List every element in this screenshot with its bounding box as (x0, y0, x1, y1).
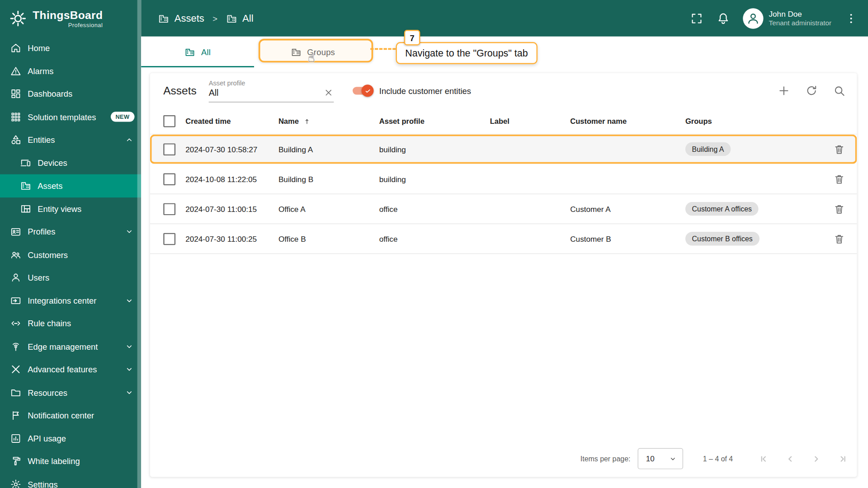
user-box[interactable]: John Doe Tenant administrator (743, 8, 831, 28)
sidebar-item-advanced-features[interactable]: Advanced features (0, 358, 141, 381)
cell-name: Building B (278, 174, 379, 183)
delete-button[interactable] (833, 173, 845, 185)
cell-created-time: 2024-07-30 11:00:25 (185, 235, 278, 244)
domain-icon (226, 13, 237, 24)
asset-profile-filter[interactable]: Asset profile All (209, 79, 334, 102)
sidebar-item-white-labeling[interactable]: White labeling (0, 450, 141, 473)
brand[interactable]: ThingsBoard Professional (0, 0, 141, 37)
person-icon (10, 272, 22, 284)
brand-text: ThingsBoard Professional (33, 9, 103, 28)
sidebar-item-alarms[interactable]: Alarms (0, 60, 141, 83)
apps-icon (10, 111, 22, 123)
breadcrumb-all[interactable]: All (226, 13, 253, 24)
row-checkbox-cell (150, 143, 185, 155)
row-checkbox[interactable] (163, 173, 175, 185)
table-row-building-b[interactable]: 2024-10-08 11:22:05Building Bbuilding (150, 164, 857, 194)
sidebar-item-entity-views[interactable]: Entity views (0, 197, 141, 221)
tab-all-label: All (201, 47, 211, 57)
close-icon (323, 87, 334, 98)
thingsboard-logo (9, 9, 27, 27)
sidebar-item-users[interactable]: Users (0, 266, 141, 289)
group-chip[interactable]: Customer B offices (685, 232, 760, 246)
column-header-created-time[interactable]: Created time (185, 117, 278, 125)
cell-groups: Customer A offices (685, 202, 821, 216)
api-icon (10, 432, 22, 444)
sidebar-item-label: Home (28, 43, 50, 53)
bell-icon (716, 11, 730, 25)
sidebar-item-notification-center[interactable]: Notification center (0, 404, 141, 427)
refresh-button[interactable] (805, 84, 818, 97)
first-page-button[interactable] (757, 452, 771, 466)
sidebar-item-label: Solution templates (28, 112, 96, 122)
select-all-checkbox[interactable] (163, 115, 175, 127)
table-row-office-b[interactable]: 2024-07-30 11:00:25Office BofficeCustome… (150, 224, 857, 254)
sidebar-item-settings[interactable]: Settings (0, 473, 141, 488)
cell-created-time: 2024-10-08 11:22:05 (185, 174, 278, 183)
sidebar-item-api-usage[interactable]: API usage (0, 427, 141, 450)
column-header-label[interactable]: Label (490, 117, 571, 125)
table-row-office-a[interactable]: 2024-07-30 11:00:15Office AofficeCustome… (150, 194, 857, 224)
sidebar-item-assets[interactable]: Assets (0, 174, 141, 197)
previous-page-button[interactable] (783, 452, 797, 466)
trash-icon (833, 143, 845, 155)
column-header-name[interactable]: Name (278, 117, 379, 125)
sidebar-item-integrations-center[interactable]: Integrations center (0, 289, 141, 312)
cell-asset-profile: office (379, 204, 490, 213)
chev-down-icon (124, 387, 134, 398)
row-checkbox[interactable] (163, 143, 175, 155)
notifications-button[interactable] (716, 11, 730, 25)
plus-icon (777, 84, 790, 97)
asset-profile-filter-value-row[interactable]: All (209, 87, 334, 102)
breadcrumb-assets[interactable]: Assets (158, 13, 204, 24)
sidebar-item-devices[interactable]: Devices (0, 151, 141, 174)
sidebar-item-edge-management[interactable]: Edge management (0, 335, 141, 358)
next-page-button[interactable] (809, 452, 823, 466)
sidebar-item-customers[interactable]: Customers (0, 243, 141, 266)
sidebar-item-solution-templates[interactable]: Solution templatesNEW (0, 105, 141, 128)
table-row-building-a[interactable]: 2024-07-30 10:58:27Building AbuildingBui… (150, 135, 857, 164)
include-customer-entities-toggle[interactable]: Include customer entities (353, 86, 471, 95)
column-header-asset-profile[interactable]: Asset profile (379, 117, 490, 125)
brand-edition: Professional (68, 21, 103, 28)
delete-button[interactable] (833, 233, 845, 245)
row-checkbox-cell (150, 233, 185, 245)
items-per-page-select[interactable]: 10 (637, 448, 683, 469)
last-page-button[interactable] (835, 452, 849, 466)
chev-up-icon (124, 135, 134, 145)
folder-icon (10, 387, 22, 399)
more-menu-button[interactable] (844, 11, 858, 25)
delete-button[interactable] (833, 143, 845, 155)
fullscreen-button[interactable] (689, 11, 703, 25)
asset-profile-filter-label: Asset profile (209, 79, 245, 87)
row-checkbox[interactable] (163, 203, 175, 215)
integration-icon (10, 295, 22, 306)
group-chip[interactable]: Customer A offices (685, 202, 759, 216)
column-header-groups[interactable]: Groups (685, 117, 821, 125)
row-checkbox[interactable] (163, 233, 175, 245)
sidebar-item-label: Alarms (28, 66, 53, 76)
sidebar-item-rule-chains[interactable]: Rule chains (0, 312, 141, 335)
toggle-switch[interactable] (353, 87, 372, 94)
column-header-customer-name[interactable]: Customer name (570, 117, 685, 125)
sidebar-item-dashboards[interactable]: Dashboards (0, 82, 141, 105)
arrow-up-icon (303, 117, 311, 125)
new-badge: NEW (110, 112, 134, 122)
add-asset-button[interactable] (777, 84, 790, 97)
avatar[interactable] (743, 8, 763, 28)
sidebar-item-resources[interactable]: Resources (0, 381, 141, 404)
sidebar-item-home[interactable]: Home (0, 37, 141, 60)
sidebar-item-label: Profiles (28, 227, 55, 236)
sidebar-item-label: Resources (28, 388, 67, 397)
trash-icon (833, 173, 845, 185)
tab-all[interactable]: All (141, 37, 254, 68)
breadcrumb-all-icon-wrap (226, 13, 237, 24)
sidebar-item-label: Entities (28, 135, 55, 145)
clear-filter-button[interactable] (323, 87, 334, 98)
delete-button[interactable] (833, 203, 845, 215)
group-chip[interactable]: Building A (685, 142, 731, 156)
search-button[interactable] (833, 84, 846, 97)
breadcrumb-separator: > (212, 14, 217, 23)
sidebar-item-profiles[interactable]: Profiles (0, 220, 141, 243)
sidebar-item-entities[interactable]: Entities (0, 128, 141, 151)
warning-icon (10, 65, 22, 77)
